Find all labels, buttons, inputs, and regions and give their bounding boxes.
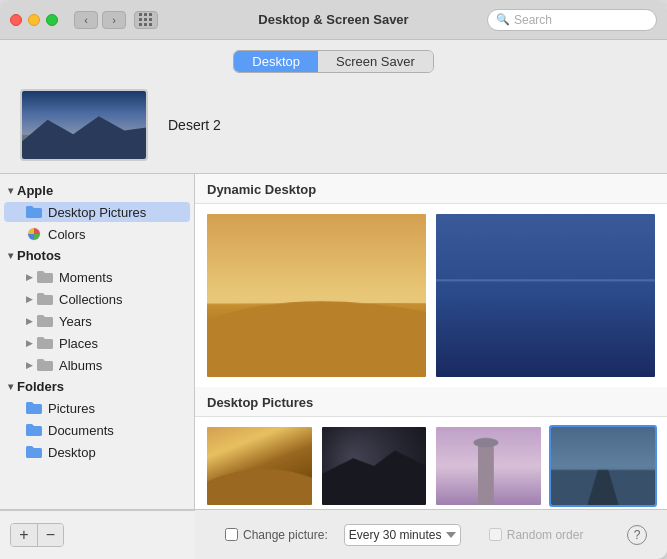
random-order-text: Random order xyxy=(507,528,584,542)
nav-buttons: ‹ › xyxy=(74,11,126,29)
forward-button[interactable]: › xyxy=(102,11,126,29)
sidebar-section-apple[interactable]: ▾ Apple xyxy=(0,180,194,201)
search-box[interactable]: 🔍 Search xyxy=(487,9,657,31)
sidebar-item-desktop-folder[interactable]: Desktop xyxy=(4,442,190,462)
collections-folder-icon xyxy=(37,291,53,307)
colors-icon xyxy=(26,226,42,242)
add-remove-buttons: + − xyxy=(10,523,64,547)
sidebar-item-places-label: Places xyxy=(59,336,98,351)
random-order-row: Random order xyxy=(489,528,584,542)
remove-button[interactable]: − xyxy=(37,524,63,546)
sidebar-item-colors[interactable]: Colors xyxy=(4,224,190,244)
grid-view-button[interactable] xyxy=(134,11,158,29)
sidebar-section-photos[interactable]: ▾ Photos xyxy=(0,245,194,266)
places-folder-icon xyxy=(37,335,53,351)
right-content: Dynamic Desktop Desktop Pictures xyxy=(195,174,667,509)
grid-icon xyxy=(139,13,153,27)
minimize-button[interactable] xyxy=(28,14,40,26)
traffic-lights xyxy=(10,14,58,26)
interval-select[interactable]: Every 30 minutes Every 5 minutes Every h… xyxy=(344,524,461,546)
apple-arrow-icon: ▾ xyxy=(8,185,13,196)
sidebar-item-collections[interactable]: ▶ Collections xyxy=(4,289,190,309)
sidebar-item-albums-label: Albums xyxy=(59,358,102,373)
desktop-pictures-grid xyxy=(195,417,667,509)
dynamic-desktop-header: Dynamic Desktop xyxy=(195,174,667,204)
desktop-thumb-4[interactable] xyxy=(549,425,658,506)
sidebar-item-desktop-folder-label: Desktop xyxy=(48,445,96,460)
years-arrow-icon: ▶ xyxy=(26,316,33,326)
dynamic-desktop-grid xyxy=(195,204,667,387)
maximize-button[interactable] xyxy=(46,14,58,26)
collections-arrow-icon: ▶ xyxy=(26,294,33,304)
random-order-label[interactable]: Random order xyxy=(489,528,584,542)
sidebar-item-pictures-label: Pictures xyxy=(48,401,95,416)
pictures-folder-icon xyxy=(26,400,42,416)
help-button[interactable]: ? xyxy=(627,525,647,545)
search-placeholder: Search xyxy=(514,13,552,27)
sidebar-item-colors-label: Colors xyxy=(48,227,86,242)
change-picture-label[interactable]: Change picture: xyxy=(225,528,328,542)
folders-arrow-icon: ▾ xyxy=(8,381,13,392)
sidebar-item-desktop-pictures[interactable]: Desktop Pictures xyxy=(4,202,190,222)
back-button[interactable]: ‹ xyxy=(74,11,98,29)
bottom-add-remove: + − xyxy=(0,510,195,560)
tabs-bar: Desktop Screen Saver xyxy=(0,40,667,81)
sidebar-item-pictures[interactable]: Pictures xyxy=(4,398,190,418)
window-title: Desktop & Screen Saver xyxy=(258,12,408,27)
sidebar-section-apple-label: Apple xyxy=(17,183,53,198)
random-order-checkbox[interactable] xyxy=(489,528,502,541)
places-arrow-icon: ▶ xyxy=(26,338,33,348)
sidebar: ▾ Apple Desktop Pictures xyxy=(0,174,195,509)
bottom-options: + − Change picture: Every 30 minutes Eve… xyxy=(0,509,667,559)
albums-arrow-icon: ▶ xyxy=(26,360,33,370)
moments-folder-icon xyxy=(37,269,53,285)
sidebar-item-places[interactable]: ▶ Places xyxy=(4,333,190,353)
tabs-container: Desktop Screen Saver xyxy=(233,50,433,73)
sidebar-item-collections-label: Collections xyxy=(59,292,123,307)
dynamic-desktop-thumb-2[interactable] xyxy=(434,212,657,379)
sidebar-item-desktop-pictures-label: Desktop Pictures xyxy=(48,205,146,220)
folder-icon xyxy=(26,204,42,220)
main-content: ▾ Apple Desktop Pictures xyxy=(0,173,667,509)
sidebar-item-moments-label: Moments xyxy=(59,270,112,285)
search-icon: 🔍 xyxy=(496,13,510,26)
tab-screensaver[interactable]: Screen Saver xyxy=(318,51,433,72)
documents-folder-icon xyxy=(26,422,42,438)
sidebar-item-albums[interactable]: ▶ Albums xyxy=(4,355,190,375)
dynamic-desktop-thumb-1[interactable] xyxy=(205,212,428,379)
add-button[interactable]: + xyxy=(11,524,37,546)
options-row: Change picture: Every 30 minutes Every 5… xyxy=(225,524,647,546)
moments-arrow-icon: ▶ xyxy=(26,272,33,282)
sidebar-section-photos-label: Photos xyxy=(17,248,61,263)
desktop-pictures-header: Desktop Pictures xyxy=(195,387,667,417)
desktop-thumb-1[interactable] xyxy=(205,425,314,506)
sidebar-section-folders[interactable]: ▾ Folders xyxy=(0,376,194,397)
sidebar-item-documents[interactable]: Documents xyxy=(4,420,190,440)
change-picture-checkbox[interactable] xyxy=(225,528,238,541)
preview-area: Desert 2 xyxy=(0,81,667,173)
desktop-folder-icon xyxy=(26,444,42,460)
preview-name: Desert 2 xyxy=(168,117,221,133)
sidebar-section-folders-label: Folders xyxy=(17,379,64,394)
photos-arrow-icon: ▾ xyxy=(8,250,13,261)
window: ‹ › Desktop & Screen Saver 🔍 Search Desk… xyxy=(0,0,667,559)
desktop-thumb-2[interactable] xyxy=(320,425,429,506)
sidebar-item-years[interactable]: ▶ Years xyxy=(4,311,190,331)
preview-thumbnail xyxy=(20,89,148,161)
sidebar-item-moments[interactable]: ▶ Moments xyxy=(4,267,190,287)
desktop-thumb-3[interactable] xyxy=(434,425,543,506)
years-folder-icon xyxy=(37,313,53,329)
tab-desktop[interactable]: Desktop xyxy=(234,51,318,72)
titlebar: ‹ › Desktop & Screen Saver 🔍 Search xyxy=(0,0,667,40)
sidebar-item-documents-label: Documents xyxy=(48,423,114,438)
change-picture-text: Change picture: xyxy=(243,528,328,542)
albums-folder-icon xyxy=(37,357,53,373)
close-button[interactable] xyxy=(10,14,22,26)
sidebar-item-years-label: Years xyxy=(59,314,92,329)
